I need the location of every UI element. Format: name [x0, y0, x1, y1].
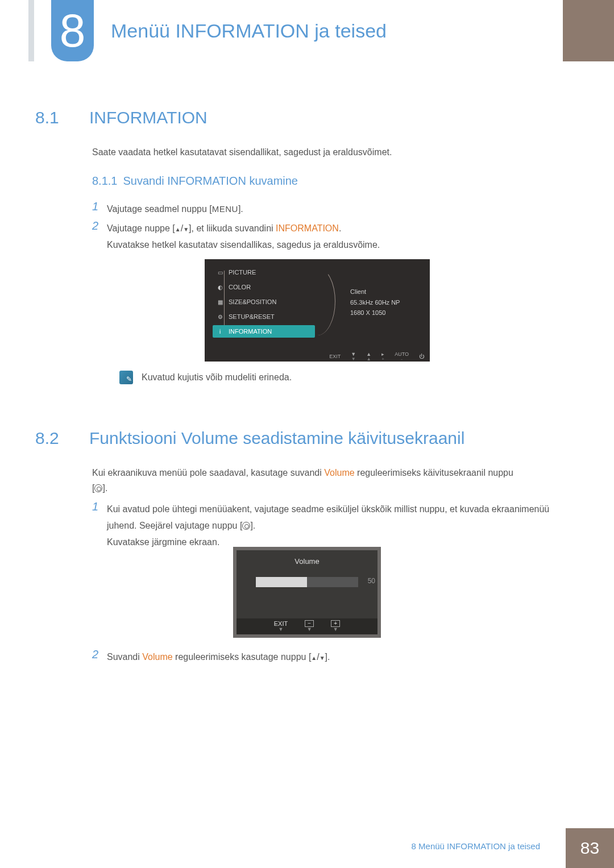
step-2-text: Vajutage nuppe [/], et liikuda suvandini…	[107, 221, 569, 254]
osd-footer: EXIT ▼▼ ▲▲ ▸+ AUTO- ⏻	[205, 351, 430, 362]
osd-volume-title: Volume	[237, 550, 377, 566]
osd-menu-size-position: ▦SIZE&POSITION	[213, 296, 315, 308]
osd-info-panel: Client 65.3kHz 60Hz NP 1680 X 1050	[350, 286, 400, 318]
osd-curve	[313, 267, 335, 335]
osd-menu-list: ▭PICTURE ◐COLOR ▦SIZE&POSITION ⚙SETUP&RE…	[213, 266, 315, 340]
header-band	[563, 0, 614, 61]
osd-volume-fill	[256, 577, 307, 587]
triangle-up-icon	[175, 223, 181, 233]
note-icon: ✎	[119, 371, 133, 384]
osd-volume-screenshot: Volume 50 EXIT▼ −▼ +▼	[233, 547, 381, 638]
step-number-2b: 2	[92, 648, 98, 661]
osd-menu-picture: ▭PICTURE	[213, 266, 315, 279]
section-title: Funktsiooni Volume seadistamine käivitus…	[89, 429, 464, 447]
osd2-exit: EXIT▼	[274, 620, 288, 633]
section-8-2-intro: Kui ekraanikuva menüü pole saadaval, kas…	[92, 465, 569, 496]
osd-menu-information: iINFORMATION	[213, 325, 315, 338]
section-number: 8.1	[35, 108, 89, 127]
size-icon: ▦	[216, 298, 224, 306]
osd-information-screenshot: ▭PICTURE ◐COLOR ▦SIZE&POSITION ⚙SETUP&RE…	[205, 259, 430, 362]
keyword-volume: Volume	[142, 652, 172, 662]
section-8-1-intro: Saate vaadata hetkel kasutatavat sisenda…	[92, 144, 569, 160]
footer-page-number: 83	[566, 828, 614, 868]
color-icon: ◐	[216, 283, 224, 291]
step-1-text: Vajutage seadmel nuppu [MENU].	[107, 201, 569, 218]
step-1b-text: Kui avatud pole ühtegi menüüakent, vajut…	[107, 501, 569, 550]
osd-up-icon: ▲▲	[366, 352, 371, 362]
triangle-up-icon	[311, 652, 317, 662]
keyword-volume: Volume	[324, 468, 354, 477]
setup-icon: ⚙	[216, 313, 224, 321]
osd-volume-value: 50	[368, 577, 375, 585]
osd2-plus: +▼	[331, 620, 340, 633]
osd-enter-icon: ▸+	[381, 352, 384, 362]
osd2-minus: −▼	[305, 620, 314, 633]
circle-button-icon	[94, 484, 102, 492]
step-2b-text: Suvandi Volume reguleerimiseks kasutage …	[107, 649, 569, 666]
step-number-2: 2	[92, 219, 98, 232]
section-8-2-heading: 8.2Funktsiooni Volume seadistamine käivi…	[35, 429, 464, 448]
osd-down-icon: ▼▼	[351, 352, 356, 362]
menu-key: MENU	[212, 204, 238, 214]
section-number: 8.2	[35, 429, 89, 448]
chapter-title: Menüü INFORMATION ja teised	[111, 20, 387, 42]
footer-chapter-text: 8 Menüü INFORMATION ja teised	[412, 841, 540, 851]
step-number-1b: 1	[92, 500, 98, 513]
osd-power-icon: ⏻	[419, 354, 424, 359]
subsection-title: Suvandi INFORMATION kuvamine	[123, 175, 298, 187]
step-number-1: 1	[92, 200, 98, 213]
subsection-number: 8.1.1	[92, 175, 117, 188]
section-title: INFORMATION	[89, 108, 208, 127]
osd-menu-color: ◐COLOR	[213, 281, 315, 293]
header-stripe	[28, 0, 34, 61]
osd-menu-setup-reset: ⚙SETUP&RESET	[213, 310, 315, 323]
osd-volume-bar: 50	[256, 577, 358, 587]
osd-exit-label: EXIT	[329, 354, 341, 359]
osd2-footer: EXIT▼ −▼ +▼	[237, 618, 377, 634]
triangle-down-icon	[183, 223, 189, 233]
keyword-information: INFORMATION	[276, 223, 339, 233]
info-icon: i	[216, 327, 224, 335]
osd-auto-label: AUTO-	[395, 352, 409, 362]
subsection-8-1-1-heading: 8.1.1Suvandi INFORMATION kuvamine	[92, 175, 298, 188]
note-text: Kuvatud kujutis võib mudeliti erineda.	[142, 372, 292, 383]
circle-button-icon	[242, 522, 250, 530]
chapter-badge: 8	[51, 0, 94, 61]
picture-icon: ▭	[216, 268, 224, 276]
note-row: ✎ Kuvatud kujutis võib mudeliti erineda.	[119, 371, 292, 384]
section-8-1-heading: 8.1INFORMATION	[35, 108, 208, 127]
triangle-down-icon	[320, 652, 325, 662]
